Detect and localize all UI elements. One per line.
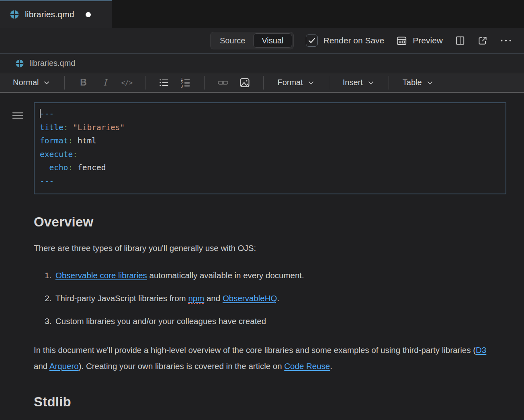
source-mode-button[interactable]: Source — [212, 33, 253, 48]
bold-button[interactable]: B — [75, 75, 91, 90]
bullet-list-icon — [158, 77, 170, 88]
toolbar-divider — [64, 76, 65, 90]
bullet-list-button[interactable] — [156, 75, 172, 90]
text-run: ). Creating your own libraries is covere… — [79, 361, 285, 371]
image-icon — [239, 77, 250, 88]
preview-button[interactable]: Preview — [396, 35, 443, 46]
drag-handle-icon[interactable] — [10, 108, 25, 124]
preview-label: Preview — [413, 36, 443, 45]
paragraph-style-value: Normal — [13, 78, 39, 87]
inline-link[interactable]: ObservableHQ — [223, 294, 277, 303]
text-run: and — [204, 294, 223, 303]
chevron-down-icon — [43, 79, 51, 87]
toolbar-divider — [389, 76, 389, 90]
inline-link[interactable]: D3 — [476, 345, 486, 355]
chevron-down-icon — [307, 79, 315, 87]
text-run: . — [330, 361, 332, 371]
preview-layout-icon — [396, 35, 407, 46]
yaml-code-line: title: "Libraries" — [40, 121, 506, 135]
heading-stdlib: Stdlib — [34, 394, 506, 410]
format-menu-label: Format — [277, 78, 303, 87]
text-run: . — [277, 294, 279, 303]
toolbar-divider — [329, 76, 329, 90]
insert-menu-label: Insert — [343, 78, 363, 87]
render-on-save-label: Render on Save — [323, 36, 385, 45]
toolbar-divider — [204, 76, 205, 90]
chevron-down-icon — [367, 79, 375, 87]
yaml-code-line: format: html — [40, 134, 506, 148]
yaml-code-line: --- — [40, 107, 506, 121]
quarto-file-icon — [10, 10, 19, 19]
list-item: Third-party JavaScript libraries from np… — [54, 294, 506, 303]
ellipsis-icon — [500, 38, 512, 43]
yaml-code-line: --- — [40, 175, 506, 188]
split-editor-icon — [455, 35, 465, 46]
toolbar-divider — [263, 76, 264, 90]
checkmark-icon — [307, 36, 316, 45]
tab-title: libraries.qmd — [25, 10, 74, 19]
yaml-code-line: execute: — [40, 148, 506, 161]
inline-link[interactable]: Observable core libraries — [55, 271, 147, 280]
yaml-code-line: echo: fenced — [40, 161, 506, 175]
numbered-list-icon: 1 2 3 — [180, 77, 191, 88]
heading-overview: Overview — [34, 214, 506, 230]
more-actions-button[interactable] — [500, 38, 512, 43]
inline-link[interactable]: Arquero — [49, 361, 79, 371]
editor-toolbar: Source Visual Render on Save Preview — [0, 28, 524, 53]
yaml-front-matter-block[interactable]: ---title: "Libraries"format: htmlexecute… — [34, 102, 506, 194]
link-button[interactable] — [215, 75, 231, 90]
list-item: Custom libraries you and/or your colleag… — [54, 316, 506, 326]
render-on-save-control[interactable]: Render on Save — [306, 35, 385, 47]
code-button[interactable]: </> — [119, 75, 135, 90]
closing-paragraph: In this document we'll provide a high-le… — [34, 342, 496, 374]
inline-link[interactable]: Code Reuse — [284, 361, 330, 371]
svg-text:3: 3 — [181, 84, 183, 88]
source-visual-toggle: Source Visual — [210, 32, 294, 49]
split-editor-button[interactable] — [455, 35, 465, 46]
text-run: In this document we'll provide a high-le… — [34, 345, 476, 355]
intro-paragraph: There are three types of library you'll … — [34, 242, 496, 255]
tab-libraries-qmd[interactable]: libraries.qmd — [0, 0, 112, 28]
text-run: Custom libraries you and/or your colleag… — [55, 316, 266, 326]
paragraph-style-dropdown[interactable]: Normal — [10, 78, 54, 87]
format-menu[interactable]: Format — [274, 78, 318, 87]
text-run: and — [34, 361, 49, 371]
visual-mode-button[interactable]: Visual — [253, 33, 292, 48]
open-external-icon — [477, 35, 488, 46]
breadcrumb: libraries.qmd — [0, 53, 524, 73]
open-external-button[interactable] — [477, 35, 488, 46]
library-types-list: Observable core libraries automatically … — [34, 271, 506, 326]
table-menu[interactable]: Table — [399, 78, 437, 87]
table-menu-label: Table — [403, 78, 422, 87]
formatting-toolbar: Normal B I </> 1 2 3 — [0, 73, 524, 93]
quarto-file-icon — [15, 59, 24, 68]
unsaved-changes-dot[interactable] — [86, 12, 91, 17]
list-item: Observable core libraries automatically … — [54, 271, 506, 280]
text-run: automatically available in every documen… — [147, 271, 304, 280]
text-run: Third-party JavaScript libraries from — [55, 294, 188, 303]
tab-bar: libraries.qmd — [0, 0, 524, 28]
italic-button[interactable]: I — [97, 75, 113, 90]
chevron-down-icon — [426, 79, 434, 87]
image-button[interactable] — [237, 75, 253, 90]
inline-link[interactable]: npm — [188, 294, 204, 304]
visual-editor-canvas[interactable]: ---title: "Libraries"format: htmlexecute… — [0, 93, 524, 410]
toolbar-divider — [145, 76, 145, 90]
insert-menu[interactable]: Insert — [340, 78, 378, 87]
breadcrumb-file[interactable]: libraries.qmd — [29, 59, 75, 68]
numbered-list-button[interactable]: 1 2 3 — [178, 75, 194, 90]
render-on-save-checkbox[interactable] — [306, 35, 318, 47]
link-icon — [217, 77, 229, 88]
